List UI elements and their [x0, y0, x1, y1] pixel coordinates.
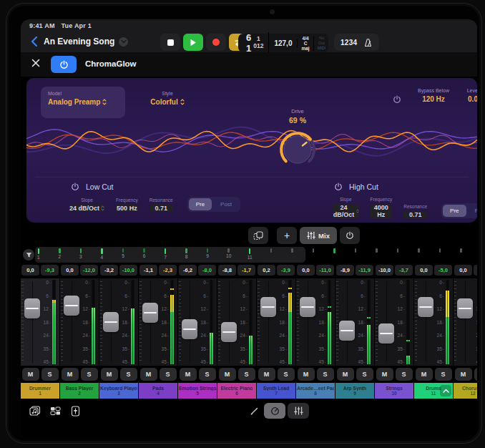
solo-button[interactable]: S — [317, 368, 334, 381]
fader-db-value[interactable]: -8,8 — [218, 265, 236, 276]
fader-db-value[interactable]: -6,2 — [179, 265, 197, 276]
solo-button[interactable]: S — [396, 368, 413, 381]
solo-button[interactable]: S — [435, 368, 452, 381]
mute-button[interactable]: M — [101, 368, 118, 381]
track-name-footer[interactable]: Pads 4 — [139, 383, 177, 399]
lcd-display[interactable]: 6 1 1 012 127,0 4/4 C maj No Out MIDI — [238, 34, 328, 52]
controls-view-button[interactable] — [264, 403, 285, 419]
back-button[interactable] — [29, 35, 41, 48]
solo-button[interactable]: S — [199, 368, 216, 381]
fader-db-value[interactable]: -10,0 — [376, 265, 393, 276]
mute-button[interactable]: M — [376, 368, 393, 381]
track-name-footer[interactable]: Emotion Strings 5 — [178, 383, 217, 399]
track-name-footer[interactable]: Electric Piano 6 — [217, 383, 256, 399]
record-button[interactable] — [206, 34, 226, 51]
mute-button[interactable]: M — [22, 368, 39, 381]
track-name-footer[interactable]: Arp Synth 9 — [335, 383, 374, 399]
mute-button[interactable]: M — [140, 368, 157, 381]
high-cut-frequency[interactable]: Frequency 4000 Hz — [371, 197, 393, 218]
mute-button[interactable]: M — [337, 368, 354, 381]
model-selector[interactable]: Model Analog Preamp — [41, 87, 125, 118]
mixer-power-button[interactable] — [340, 227, 360, 244]
volume-fader[interactable] — [64, 296, 79, 316]
high-cut-resonance[interactable]: Resonance 0.71 — [403, 204, 427, 218]
fader-db-value[interactable]: 0,0 — [415, 265, 433, 276]
mute-button[interactable]: M — [219, 368, 236, 381]
post-button[interactable]: Post — [213, 198, 239, 210]
volume-fader[interactable] — [418, 297, 433, 317]
volume-fader[interactable] — [182, 319, 197, 339]
level-control[interactable]: Level 0.0 — [459, 88, 477, 103]
fader-db-value[interactable]: 0,0 — [297, 265, 315, 276]
track-name-footer[interactable]: Chorus V 12 — [454, 383, 477, 399]
volume-fader[interactable] — [339, 321, 355, 341]
solo-button[interactable]: S — [41, 368, 59, 381]
volume-fader[interactable] — [300, 297, 315, 317]
pre-button[interactable]: Pre — [189, 198, 212, 210]
solo-button[interactable]: S — [120, 368, 137, 381]
mute-button[interactable]: M — [258, 368, 275, 381]
track-name-footer[interactable]: Keyboard Player 3 — [99, 383, 138, 399]
solo-button[interactable]: S — [474, 368, 478, 381]
pre-button[interactable]: Pre — [443, 205, 466, 217]
mute-button[interactable]: M — [455, 368, 472, 381]
bypass-below-control[interactable]: Bypass Below 120 Hz — [411, 88, 456, 103]
power-icon[interactable] — [71, 182, 79, 191]
track-name-footer[interactable]: Strings 10 — [375, 383, 413, 399]
fader-view-button[interactable] — [68, 404, 82, 418]
power-icon[interactable] — [334, 182, 343, 191]
track-name-footer[interactable]: Arcade…eet Pad 8 — [296, 383, 335, 399]
mute-button[interactable]: M — [298, 368, 315, 381]
solo-button[interactable]: S — [278, 368, 295, 381]
add-track-button[interactable]: + — [277, 227, 297, 244]
volume-fader[interactable] — [221, 322, 237, 342]
close-plugin-button[interactable] — [31, 58, 44, 71]
fader-db-value[interactable]: 0,0 — [21, 265, 39, 276]
drive-knob[interactable] — [278, 130, 318, 170]
low-cut-resonance[interactable]: Resonance 0.71 — [150, 198, 173, 212]
solo-button[interactable]: S — [356, 368, 373, 381]
fader-db-value[interactable]: 0,0 — [454, 265, 472, 276]
fader-db-value[interactable]: -1,1 — [139, 265, 157, 276]
volume-fader[interactable] — [457, 298, 473, 318]
track-name-footer[interactable]: Synth Lead 7 — [257, 383, 295, 399]
edit-button[interactable] — [247, 404, 261, 418]
volume-fader[interactable] — [103, 312, 119, 332]
metronome-icon[interactable] — [363, 38, 373, 47]
track-name-footer[interactable]: Bass Player 2 — [60, 383, 99, 399]
track-name-footer[interactable]: Drums 11 — [414, 383, 453, 399]
bypass-power-toggle[interactable] — [393, 95, 401, 104]
volume-fader[interactable] — [24, 298, 40, 318]
song-title[interactable]: An Evening Song — [44, 36, 128, 47]
style-selector[interactable]: Style Colorful — [135, 91, 200, 106]
browser-button[interactable] — [28, 404, 42, 418]
mixer-view-button[interactable] — [288, 403, 309, 419]
low-cut-frequency[interactable]: Frequency 500 Hz — [116, 198, 138, 212]
duplicate-button[interactable] — [248, 227, 268, 244]
volume-fader[interactable] — [378, 323, 394, 344]
play-button[interactable] — [183, 34, 203, 51]
stop-button[interactable] — [160, 34, 180, 51]
volume-fader[interactable] — [142, 303, 158, 323]
fader-db-value[interactable]: -8,9 — [336, 265, 354, 276]
mute-button[interactable]: M — [416, 368, 433, 381]
low-cut-slope[interactable]: Slope 24 dB/Oct — [69, 198, 104, 212]
fader-db-value[interactable]: 0,2 — [258, 265, 275, 276]
mute-button[interactable]: M — [62, 368, 79, 381]
stack-collapse-button[interactable] — [440, 385, 451, 396]
count-in-button[interactable]: 1234 — [341, 39, 357, 47]
solo-button[interactable]: S — [238, 368, 255, 381]
mix-view-button[interactable]: Mix — [300, 227, 337, 244]
plugin-power-button[interactable] — [51, 56, 77, 73]
fader-db-value[interactable]: -3,2 — [100, 265, 118, 276]
post-button[interactable]: Post — [468, 205, 477, 217]
track-name-footer[interactable]: Drummer 1 — [21, 383, 59, 399]
fader-db-value[interactable]: 0,0 — [61, 265, 79, 276]
high-cut-slope[interactable]: Slope 24 dB/Oct — [333, 197, 359, 218]
bar-ruler[interactable]: 1234567891011 — [21, 247, 477, 263]
plugins-button[interactable] — [48, 404, 62, 418]
solo-button[interactable]: S — [160, 368, 177, 381]
solo-button[interactable]: S — [81, 368, 98, 381]
volume-fader[interactable] — [260, 297, 276, 317]
mute-button[interactable]: M — [180, 368, 197, 381]
